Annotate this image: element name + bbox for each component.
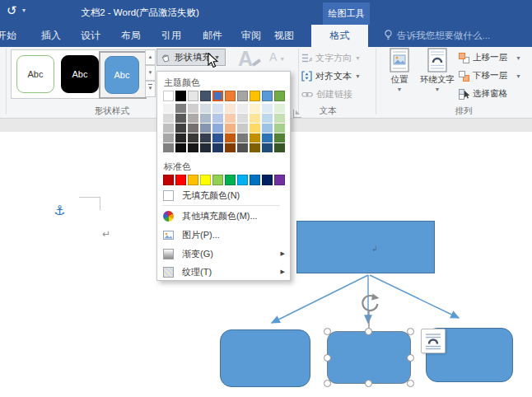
theme-variant-swatch[interactable] bbox=[200, 143, 211, 152]
tab-review[interactable]: 审阅 bbox=[241, 25, 261, 47]
theme-variant-swatch[interactable] bbox=[175, 124, 186, 133]
theme-variant-swatch[interactable] bbox=[225, 124, 236, 133]
standard-color-swatch[interactable] bbox=[188, 175, 198, 185]
theme-variant-swatch[interactable] bbox=[274, 143, 285, 152]
shape-fill-button[interactable]: 形状填充 ▼ bbox=[156, 49, 226, 66]
theme-variant-swatch[interactable] bbox=[163, 114, 174, 123]
standard-color-swatch[interactable] bbox=[225, 175, 236, 185]
theme-variant-swatch[interactable] bbox=[188, 104, 198, 113]
position-button[interactable]: 位置 ▼ bbox=[380, 48, 418, 92]
tab-references[interactable]: 引用 bbox=[161, 25, 181, 47]
tab-view[interactable]: 视图 bbox=[274, 25, 294, 47]
resize-handle-e[interactable] bbox=[407, 354, 414, 362]
theme-variant-swatch[interactable] bbox=[250, 104, 260, 113]
flowchart-rounded-rect-left[interactable] bbox=[220, 329, 310, 387]
theme-variant-swatch[interactable] bbox=[250, 133, 260, 142]
shape-style-preset-outline[interactable]: Abc bbox=[16, 55, 54, 93]
standard-color-swatch[interactable] bbox=[175, 175, 186, 185]
theme-variant-swatch[interactable] bbox=[274, 114, 285, 123]
resize-handle-ne[interactable] bbox=[407, 328, 414, 335]
tell-me-box[interactable]: 告诉我您想要做什么... bbox=[384, 25, 490, 47]
theme-variant-swatch[interactable] bbox=[163, 133, 174, 142]
shape-style-preset-blue[interactable]: Abc bbox=[105, 56, 139, 94]
theme-variant-swatch[interactable] bbox=[212, 124, 223, 133]
theme-color-swatch[interactable] bbox=[237, 91, 248, 101]
theme-variant-swatch[interactable] bbox=[274, 104, 285, 113]
wrap-text-button[interactable]: 环绕文字 ▼ bbox=[418, 48, 456, 92]
theme-variant-swatch[interactable] bbox=[188, 133, 198, 142]
theme-variant-swatch[interactable] bbox=[212, 133, 223, 142]
theme-variant-swatch[interactable] bbox=[200, 124, 211, 133]
theme-variant-swatch[interactable] bbox=[163, 143, 174, 152]
gallery-scroll-up-icon[interactable]: ▲ bbox=[145, 49, 156, 65]
gallery-more-icon[interactable]: ▼ bbox=[145, 81, 156, 97]
theme-variant-swatch[interactable] bbox=[175, 114, 186, 123]
text-direction-button[interactable]: A 文字方向 ▼ bbox=[301, 51, 361, 64]
menu-item-gradient[interactable]: 渐变(G) ▶ bbox=[157, 246, 292, 261]
tab-mailings[interactable]: 邮件 bbox=[203, 25, 222, 47]
theme-variant-swatch[interactable] bbox=[212, 114, 223, 123]
selection-pane-button[interactable]: 选择窗格 bbox=[459, 87, 507, 100]
gallery-scroll-down-icon[interactable]: ▼ bbox=[145, 65, 156, 81]
theme-variant-swatch[interactable] bbox=[212, 104, 223, 113]
theme-color-swatch[interactable] bbox=[163, 91, 174, 101]
menu-item-texture[interactable]: 纹理(T) ▶ bbox=[157, 264, 292, 279]
send-backward-button[interactable]: 下移一层 ▼ bbox=[459, 69, 521, 82]
theme-color-swatch[interactable] bbox=[250, 91, 260, 101]
resize-handle-w[interactable] bbox=[324, 354, 331, 362]
theme-variant-swatch[interactable] bbox=[237, 133, 248, 142]
tab-layout[interactable]: 布局 bbox=[121, 25, 141, 47]
tab-format-active[interactable]: 格式 bbox=[311, 25, 368, 47]
theme-variant-swatch[interactable] bbox=[225, 143, 236, 152]
theme-variant-swatch[interactable] bbox=[237, 124, 248, 133]
theme-variant-swatch[interactable] bbox=[200, 104, 211, 113]
theme-variant-swatch[interactable] bbox=[274, 133, 285, 142]
theme-variant-swatch[interactable] bbox=[175, 104, 186, 113]
flowchart-rounded-rect-selected[interactable] bbox=[327, 331, 411, 384]
theme-variant-swatch[interactable] bbox=[237, 104, 248, 113]
resize-handle-s[interactable] bbox=[365, 380, 372, 387]
menu-item-picture[interactable]: 图片(P)... bbox=[157, 227, 292, 242]
standard-color-swatch[interactable] bbox=[250, 175, 260, 185]
flowchart-top-rectangle[interactable]: ↲ bbox=[296, 221, 435, 273]
theme-variant-swatch[interactable] bbox=[212, 143, 223, 152]
tab-home[interactable]: 开始 bbox=[0, 25, 16, 47]
resize-handle-nw[interactable] bbox=[324, 328, 331, 335]
resize-handle-n[interactable] bbox=[365, 328, 372, 335]
resize-handle-se[interactable] bbox=[407, 380, 414, 387]
theme-color-swatch[interactable] bbox=[212, 91, 223, 101]
standard-color-swatch[interactable] bbox=[163, 175, 174, 185]
theme-variant-swatch[interactable] bbox=[225, 114, 236, 123]
theme-variant-swatch[interactable] bbox=[262, 104, 273, 113]
theme-color-swatch[interactable] bbox=[175, 91, 186, 101]
theme-variant-swatch[interactable] bbox=[274, 124, 285, 133]
theme-variant-swatch[interactable] bbox=[262, 133, 273, 142]
theme-variant-swatch[interactable] bbox=[175, 133, 186, 142]
theme-variant-swatch[interactable] bbox=[188, 124, 198, 133]
text-effects-icon[interactable]: A▼ bbox=[269, 50, 285, 63]
align-text-button[interactable]: 对齐文本 ▼ bbox=[301, 69, 361, 82]
theme-color-swatch[interactable] bbox=[225, 91, 236, 101]
theme-variant-swatch[interactable] bbox=[237, 143, 248, 152]
bring-forward-button[interactable]: 上移一层 ▼ bbox=[459, 51, 521, 64]
standard-color-swatch[interactable] bbox=[262, 175, 273, 185]
standard-color-swatch[interactable] bbox=[237, 175, 248, 185]
theme-color-swatch[interactable] bbox=[262, 91, 273, 101]
quick-access-caret-icon[interactable]: ▾ bbox=[22, 7, 26, 14]
standard-color-swatch[interactable] bbox=[274, 175, 285, 185]
theme-variant-swatch[interactable] bbox=[262, 114, 273, 123]
tab-design[interactable]: 设计 bbox=[81, 25, 100, 47]
create-link-button[interactable]: 创建链接 bbox=[301, 87, 352, 100]
theme-variant-swatch[interactable] bbox=[188, 114, 198, 123]
theme-variant-swatch[interactable] bbox=[262, 143, 273, 152]
theme-variant-swatch[interactable] bbox=[250, 143, 260, 152]
wordart-quick-styles-icon[interactable]: A bbox=[238, 47, 253, 71]
theme-variant-swatch[interactable] bbox=[188, 143, 198, 152]
theme-variant-swatch[interactable] bbox=[200, 133, 211, 142]
theme-variant-swatch[interactable] bbox=[225, 133, 236, 142]
menu-item-no-fill[interactable]: 无填充颜色(N) bbox=[157, 188, 292, 203]
dialog-launcher-icon[interactable] bbox=[293, 110, 301, 118]
shape-style-preset-black[interactable]: Abc bbox=[61, 55, 99, 93]
standard-color-swatch[interactable] bbox=[200, 175, 211, 185]
tab-insert[interactable]: 插入 bbox=[41, 25, 61, 47]
